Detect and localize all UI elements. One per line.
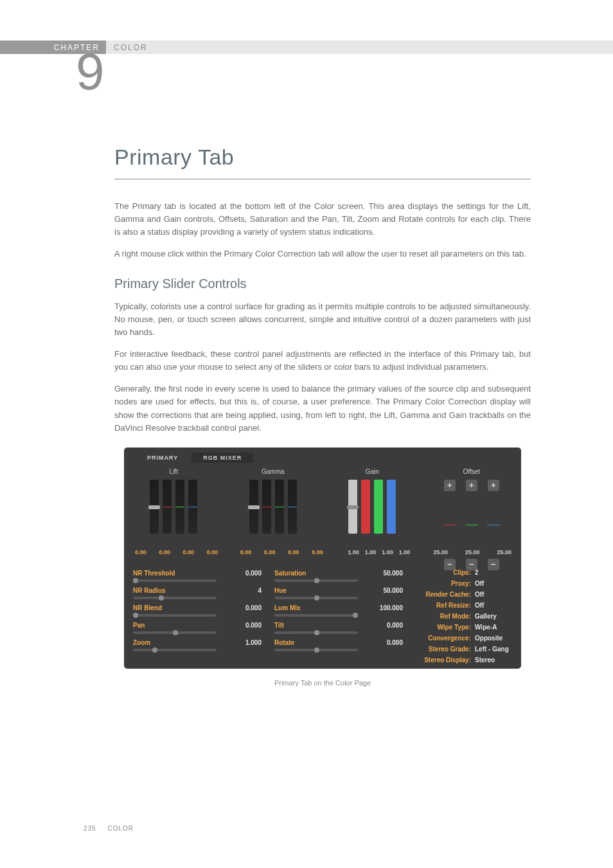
- lift-v0: 0.00: [135, 549, 147, 556]
- status-panel: Clips:2 Proxy:Off Render Cache:Off Ref R…: [399, 567, 510, 665]
- gamma-v1: 0.00: [264, 549, 276, 556]
- offset-r-line: [443, 525, 456, 525]
- body-paragraph: Generally, the first node in every scene…: [114, 383, 531, 435]
- gain-slider-y[interactable]: [348, 480, 357, 534]
- lift-sliders: [124, 480, 224, 550]
- content-column: Primary Tab The Primary tab is located a…: [114, 145, 531, 687]
- offset-values: 25.00 25.00 25.00: [424, 549, 522, 556]
- lift-slider-b[interactable]: [188, 480, 197, 534]
- parameter-sliders: NR Threshold0.000 Saturation50.000 NR Ra…: [133, 567, 409, 654]
- lum-mix-slider[interactable]: [274, 614, 358, 617]
- param-value: 0.000: [231, 570, 262, 577]
- col-header-lift: Lift: [124, 468, 224, 475]
- param-value: 4: [231, 587, 262, 594]
- nr-blend-slider[interactable]: [133, 614, 217, 617]
- body-paragraph: The Primary tab is located at the bottom…: [114, 200, 531, 239]
- offset-v2: 25.00: [497, 549, 511, 556]
- vertical-slider-row: + − + − + −: [124, 480, 521, 550]
- lift-values: 0.00 0.00 0.00 0.00: [124, 549, 229, 556]
- param-value: 50.000: [372, 570, 403, 577]
- gain-v3: 1.00: [399, 549, 411, 556]
- param-value: 0.000: [231, 622, 262, 629]
- param-label: NR Blend: [133, 604, 191, 611]
- body-paragraph: For interactive feedback, these control …: [114, 348, 531, 374]
- status-label: Stereo Grade:: [429, 644, 471, 655]
- pan-slider[interactable]: [133, 631, 217, 634]
- nr-radius-slider[interactable]: [133, 597, 217, 599]
- gamma-slider-b[interactable]: [288, 480, 297, 534]
- status-value: Left - Gang: [475, 644, 510, 655]
- lift-v1: 0.00: [159, 549, 170, 556]
- gamma-slider-r[interactable]: [262, 480, 271, 534]
- status-value: Opposite: [475, 633, 510, 644]
- subheading: Primary Slider Controls: [114, 276, 531, 291]
- gamma-sliders: [224, 480, 323, 550]
- lift-slider-g[interactable]: [175, 480, 184, 534]
- lift-slider-y[interactable]: [150, 480, 159, 534]
- gain-sliders: [323, 480, 422, 550]
- param-label: Lum Mix: [274, 604, 332, 611]
- value-row: 0.00 0.00 0.00 0.00 0.00 0.00 0.00 0.00 …: [124, 549, 521, 556]
- col-header-gamma: Gamma: [224, 468, 323, 475]
- gamma-v0: 0.00: [240, 549, 252, 556]
- offset-b-plus[interactable]: +: [488, 480, 499, 491]
- tilt-slider[interactable]: [274, 631, 358, 634]
- saturation-slider[interactable]: [274, 579, 358, 582]
- rotate-slider[interactable]: [274, 649, 358, 651]
- status-value: Stereo: [475, 655, 510, 665]
- chapter-number: 9: [76, 46, 105, 98]
- gain-slider-g[interactable]: [374, 480, 383, 534]
- nr-threshold-slider[interactable]: [133, 579, 217, 582]
- gain-slider-b[interactable]: [387, 480, 396, 534]
- status-label: Convergence:: [428, 633, 471, 644]
- body-paragraph: Typically, colorists use a control surfa…: [114, 300, 531, 339]
- gamma-v2: 0.00: [288, 549, 299, 556]
- gamma-slider-y[interactable]: [249, 480, 258, 534]
- param-value: 100.000: [372, 604, 403, 611]
- status-label: Proxy:: [451, 578, 471, 589]
- param-label: Hue: [274, 587, 332, 594]
- param-label: Rotate: [274, 639, 332, 646]
- status-label: Ref Resize:: [436, 600, 471, 611]
- param-value: 1.000: [231, 639, 262, 646]
- gain-slider-r[interactable]: [361, 480, 370, 534]
- status-label: Ref Mode:: [440, 611, 471, 622]
- offset-r-plus[interactable]: +: [444, 480, 456, 491]
- hue-slider[interactable]: [274, 597, 358, 599]
- gamma-values: 0.00 0.00 0.00 0.00: [229, 549, 335, 556]
- offset-g-line: [465, 525, 478, 525]
- status-value: Wipe-A: [475, 622, 510, 633]
- status-value: Off: [475, 600, 510, 611]
- zoom-slider[interactable]: [133, 649, 217, 651]
- lift-v2: 0.00: [183, 549, 195, 556]
- gamma-v3: 0.00: [312, 549, 323, 556]
- param-value: 50.000: [372, 587, 403, 594]
- lift-v3: 0.00: [207, 549, 218, 556]
- param-label: Tilt: [274, 622, 332, 629]
- offset-v1: 25.00: [465, 549, 480, 556]
- status-value: Off: [475, 578, 510, 589]
- footer-section: COLOR: [107, 825, 134, 832]
- page-number: 235: [84, 825, 96, 832]
- primary-tab-screenshot: PRIMARY RGB MIXER Lift Gamma Gain Offset: [124, 448, 521, 669]
- footer: 235 COLOR: [84, 825, 134, 832]
- tab-strip: PRIMARY RGB MIXER: [136, 453, 255, 463]
- status-label: Clips:: [453, 567, 471, 578]
- offset-g-plus[interactable]: +: [466, 480, 477, 491]
- status-label: Wipe Type:: [437, 622, 471, 633]
- tab-primary[interactable]: PRIMARY: [136, 453, 190, 463]
- param-value: 0.000: [231, 604, 262, 611]
- col-header-offset: Offset: [422, 468, 522, 475]
- param-label: Pan: [133, 622, 191, 629]
- param-label: NR Radius: [133, 587, 191, 594]
- offset-v0: 25.00: [433, 549, 448, 556]
- offset-group: + − + − + −: [422, 480, 522, 550]
- tab-rgb-mixer[interactable]: RGB MIXER: [191, 453, 253, 463]
- section-name: COLOR: [114, 43, 148, 52]
- gain-values: 1.00 1.00 1.00 1.00: [334, 549, 424, 556]
- gain-v2: 1.00: [382, 549, 393, 556]
- status-value: Gallery: [475, 611, 510, 622]
- status-label: Render Cache:: [425, 589, 471, 600]
- lift-slider-r[interactable]: [163, 480, 172, 534]
- gamma-slider-g[interactable]: [275, 480, 284, 534]
